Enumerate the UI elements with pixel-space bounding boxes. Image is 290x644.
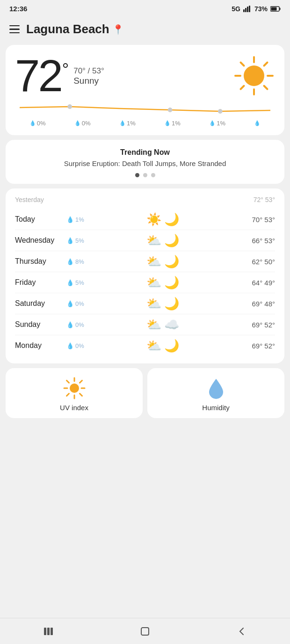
humidity-card[interactable]: Humidity xyxy=(147,368,284,418)
forecast-precip: 💧 5% xyxy=(66,279,92,286)
precip-pct: 0% xyxy=(75,300,84,307)
header: Laguna Beach 📍 xyxy=(0,15,290,41)
forecast-icons: ⛅ 🌙 xyxy=(92,255,233,268)
yesterday-row: Yesterday 72° 53° xyxy=(15,196,275,203)
svg-rect-6 xyxy=(280,7,281,10)
signal-icon xyxy=(243,6,252,12)
precip-drop-icon: 💧 xyxy=(66,300,74,307)
precip-val: 1% xyxy=(127,120,136,127)
svg-line-25 xyxy=(80,381,82,383)
precip-pct: 0% xyxy=(75,321,84,328)
forecast-precip: 💧 0% xyxy=(66,300,92,307)
precip-pct: 5% xyxy=(75,279,84,286)
forecast-temps: 62° 50° xyxy=(233,258,275,266)
forecast-row: Friday 💧 5% ⛅ 🌙 64° 49° xyxy=(15,272,275,293)
precip-pct: 0% xyxy=(75,342,84,349)
trending-headline: Surprise Eruption: Death Toll Jumps, Mor… xyxy=(15,159,275,167)
forecast-day-label: Friday xyxy=(15,278,66,287)
precip-drop-icon: 💧 xyxy=(66,342,74,349)
svg-line-24 xyxy=(80,394,82,396)
svg-line-26 xyxy=(66,394,69,396)
precip-val: 0% xyxy=(37,120,46,127)
precip-item: 💧 1% xyxy=(164,120,181,127)
svg-line-14 xyxy=(241,86,244,89)
main-weather-card: 72 ° 70° / 53° Sunny xyxy=(6,45,284,135)
day-weather-icon: ☀️ xyxy=(146,213,161,225)
precip-val: 1% xyxy=(217,120,225,127)
svg-point-15 xyxy=(244,65,264,86)
hourly-strip: 💧 0% 💧 0% 💧 1% 💧 1% 💧 1% 💧 xyxy=(15,103,275,129)
forecast-precip: 💧 0% xyxy=(66,321,92,328)
night-weather-icon: 🌙 xyxy=(164,234,179,246)
forecast-day-label: Thursday xyxy=(15,257,66,266)
city-title: Laguna Beach 📍 xyxy=(26,22,124,36)
carousel-dots xyxy=(15,173,275,177)
precip-drop-icon: 💧 xyxy=(66,321,74,328)
nav-menu-button[interactable] xyxy=(34,622,62,641)
forecast-temps: 69° 52° xyxy=(233,321,275,329)
svg-line-12 xyxy=(264,86,268,89)
trending-title: Trending Now xyxy=(15,148,275,157)
forecast-temps: 70° 53° xyxy=(233,216,275,224)
svg-line-23 xyxy=(66,381,69,383)
forecast-precip: 💧 8% xyxy=(66,258,92,265)
raindrop-icon: 💧 xyxy=(74,120,81,126)
degree-symbol: ° xyxy=(62,60,69,80)
yesterday-temps: 72° 53° xyxy=(254,196,275,203)
forecast-precip: 💧 0% xyxy=(66,342,92,349)
forecast-temps: 66° 53° xyxy=(233,237,275,245)
precip-item: 💧 0% xyxy=(74,120,91,127)
forecast-row: Thursday 💧 8% ⛅ 🌙 62° 50° xyxy=(15,251,275,272)
day-weather-icon: ⛅ xyxy=(146,340,161,352)
forecast-precip: 💧 5% xyxy=(66,237,92,244)
battery-icon xyxy=(270,6,281,12)
precip-row: 💧 0% 💧 0% 💧 1% 💧 1% 💧 1% 💧 xyxy=(15,120,275,127)
svg-rect-0 xyxy=(243,9,245,12)
svg-rect-31 xyxy=(141,628,149,635)
precip-pct: 8% xyxy=(75,258,84,265)
forecast-icons: ⛅ 🌙 xyxy=(92,297,233,310)
uv-index-card[interactable]: UV index xyxy=(6,368,143,418)
hi-lo-temps: 70° / 53° xyxy=(73,66,104,76)
raindrop-icon: 💧 xyxy=(209,120,216,126)
humidity-drop-icon xyxy=(204,376,228,400)
nav-back-button[interactable] xyxy=(228,622,256,641)
forecast-row: Monday 💧 0% ⛅ 🌙 69° 52° xyxy=(15,335,275,356)
dot-3 xyxy=(151,173,155,177)
uv-sun-icon xyxy=(63,376,86,400)
svg-rect-1 xyxy=(245,8,246,12)
menu-button[interactable] xyxy=(9,25,20,34)
night-weather-icon: ☁️ xyxy=(164,318,179,331)
forecast-row: Sunday 💧 0% ⛅ ☁️ 69° 52° xyxy=(15,314,275,335)
forecast-day-label: Saturday xyxy=(15,299,66,308)
bottom-cards: UV index Humidity xyxy=(6,368,284,418)
forecast-day-label: Sunday xyxy=(15,320,66,329)
nav-home-button[interactable] xyxy=(131,622,159,641)
night-weather-icon: 🌙 xyxy=(164,340,179,352)
svg-point-16 xyxy=(67,104,72,109)
forecast-icons: ⛅ 🌙 xyxy=(92,276,233,289)
day-weather-icon: ⛅ xyxy=(146,255,161,268)
night-weather-icon: 🌙 xyxy=(164,297,179,310)
forecast-icons: ⛅ ☁️ xyxy=(92,318,233,331)
forecast-icons: ☀️ 🌙 xyxy=(92,213,233,225)
raindrop-icon: 💧 xyxy=(29,120,36,126)
precip-val: 0% xyxy=(82,120,91,127)
forecast-precip: 💧 1% xyxy=(66,216,92,223)
raindrop-icon: 💧 xyxy=(254,120,261,126)
forecast-day-label: Today xyxy=(15,215,66,224)
trending-card[interactable]: Trending Now Surprise Eruption: Death To… xyxy=(6,140,284,184)
yesterday-label: Yesterday xyxy=(15,196,44,203)
svg-point-18 xyxy=(218,109,223,114)
precip-pct: 5% xyxy=(75,237,84,244)
precip-item: 💧 0% xyxy=(29,120,46,127)
svg-rect-5 xyxy=(271,7,277,10)
nav-menu-icon xyxy=(43,627,54,636)
weather-condition: Sunny xyxy=(73,76,104,86)
svg-rect-2 xyxy=(247,7,248,12)
raindrop-icon: 💧 xyxy=(164,120,171,126)
precip-item: 💧 xyxy=(254,120,261,127)
day-weather-icon: ⛅ xyxy=(146,234,161,246)
forecast-icons: ⛅ 🌙 xyxy=(92,234,233,246)
uv-index-label: UV index xyxy=(60,404,88,412)
